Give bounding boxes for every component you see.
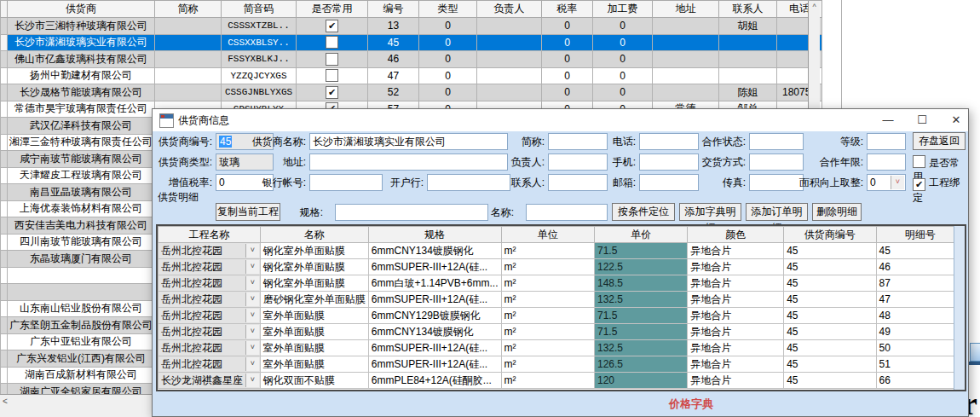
detail-cell-supplier-no[interactable]: 45 (784, 243, 876, 259)
detail-cell-supplier-no[interactable]: 45 (784, 340, 876, 356)
detail-cell-detail-no[interactable]: 50 (876, 340, 964, 356)
detail-cell-spec[interactable]: 6mmSUPER-III+12A(硅... (368, 340, 501, 356)
cell-type[interactable]: 0 (419, 34, 477, 51)
cell-supplier[interactable]: 湘潭三金特种玻璃有限责任公司 (8, 134, 155, 151)
supplier-row[interactable]: 扬州中勤建材有限公司YZZQJCYXGS47000 (1, 67, 822, 84)
detail-cell-detail-no[interactable]: 66 (876, 373, 964, 389)
cell-abbr[interactable] (155, 18, 222, 35)
detail-cell-color[interactable]: 异地合片 (688, 340, 784, 356)
detail-cell-price[interactable]: 122.5 (594, 259, 687, 275)
cell-type[interactable]: 0 (419, 18, 477, 35)
cell-common-used[interactable] (297, 84, 368, 101)
detail-cell-detail-no[interactable]: 47 (876, 292, 964, 308)
cell-address[interactable] (653, 51, 719, 68)
detail-cell-spec[interactable]: 6mmSUPER-III+12A(硅... (368, 356, 501, 373)
detail-table[interactable]: 工程名称名称规格单位单价颜色供货商编号明细号 岳州北控花园˅钢化室外单面贴膜6m… (158, 226, 965, 389)
cell-address[interactable] (653, 34, 719, 51)
supplier-table-hscrollbar[interactable]: < (0, 394, 152, 407)
detail-cell-project[interactable]: 长沙龙湖祺鑫星座˅ (159, 373, 261, 389)
detail-cell-unit[interactable]: m² (501, 340, 594, 356)
chevron-down-icon[interactable]: ˅ (245, 325, 259, 339)
cell-process-fee[interactable]: 0 (593, 18, 653, 35)
detail-row[interactable]: 岳州北控花园˅室外单面贴膜6mmCNY129B镀膜钢化m²71.5异地合片454… (159, 308, 965, 324)
cell-supplier[interactable]: 武汉亿泽科技有限公司 (8, 118, 155, 135)
cell-type[interactable]: 0 (419, 67, 477, 84)
detail-cell-price[interactable]: 148.5 (594, 275, 687, 292)
common-used-cell-checkbox[interactable] (326, 53, 338, 66)
detail-cell-name[interactable]: 室外单面贴膜 (260, 308, 368, 324)
common-used-checkbox[interactable] (913, 155, 925, 168)
detail-cell-unit[interactable]: m² (501, 243, 594, 259)
cell-id[interactable]: 46 (368, 51, 419, 68)
project-bind-checkbox-row[interactable]: 工程绑定 (913, 176, 968, 189)
chevron-down-icon[interactable]: ˅ (245, 374, 259, 387)
cell-id[interactable]: 45 (368, 34, 419, 51)
detail-cell-name[interactable]: 钢化双面不贴膜 (260, 373, 368, 389)
supplier-table-vscrollbar[interactable]: ^ (808, 1, 820, 108)
row-header-cell[interactable] (1, 333, 8, 350)
scroll-up-icon[interactable]: ^ (812, 3, 816, 11)
dialog-titlebar[interactable]: 供货商信息 — ☐ ✕ (153, 109, 968, 131)
detail-cell-spec[interactable]: 6mmCNY129B镀膜钢化 (368, 308, 501, 324)
detail-cell-project[interactable]: 岳州北控花园˅ (159, 340, 261, 356)
maximize-button[interactable]: ☐ (908, 109, 937, 131)
cell-tax-rate[interactable]: 0 (542, 18, 593, 35)
detail-cell-color[interactable]: 异地合片 (688, 292, 784, 308)
cell-pinyin-code[interactable]: FSSYXBLKJ.. (222, 51, 297, 68)
cell-pinyin-code[interactable]: CSSXXBLSY.. (222, 34, 297, 51)
cell-tax-rate[interactable]: 0 (542, 67, 593, 84)
col-header-common-used[interactable]: 是否常用 (297, 1, 368, 18)
cell-pinyin-code[interactable]: CSSSXTZBL.. (222, 18, 297, 35)
detail-cell-supplier-no[interactable]: 45 (784, 292, 876, 308)
row-header-cell[interactable] (1, 118, 8, 135)
row-header-cell[interactable] (1, 134, 8, 151)
detail-cell-spec[interactable]: 6mmCNY134镀膜钢化 (368, 324, 501, 340)
cell-manager[interactable] (477, 18, 542, 35)
detail-cell-unit[interactable]: m² (501, 275, 594, 292)
cell-address[interactable] (653, 18, 719, 35)
detail-cell-price[interactable]: 120 (594, 373, 687, 389)
cell-supplier[interactable]: 长沙市三湘特种玻璃有限公司 (8, 18, 155, 35)
chevron-down-icon[interactable]: ˅ (245, 341, 259, 355)
detail-cell-project[interactable]: 岳州北控花园˅ (159, 259, 261, 275)
row-header-cell[interactable] (1, 367, 8, 384)
detail-cell-name[interactable]: 钢化室外单面贴膜 (260, 243, 368, 259)
cell-supplier[interactable]: 上海优泰装饰材料有限公司 (8, 200, 155, 217)
detail-cell-unit[interactable]: m² (501, 259, 594, 275)
detail-cell-detail-no[interactable]: 45 (876, 243, 964, 259)
detail-row[interactable]: 岳州北控花园˅钢化室外单面贴膜6mm白玻+1.14PVB+6mm...m²148… (159, 275, 965, 292)
cell-contact[interactable]: 陈姐 (719, 84, 777, 101)
chevron-down-icon[interactable]: ˅ (245, 276, 259, 290)
detail-cell-detail-no[interactable]: 48 (876, 308, 964, 324)
detail-cell-color[interactable]: 异地合片 (688, 373, 784, 389)
cell-address[interactable] (653, 84, 719, 101)
supplier-row[interactable]: 长沙市三湘特种玻璃有限公司CSSSXTZBL..13000胡姐 (1, 18, 822, 35)
col-header-pinyin-code[interactable]: 简音码 (222, 1, 297, 18)
col-header-abbr[interactable]: 简称 (155, 1, 222, 18)
detail-row[interactable]: 岳州北控花园˅室外单面贴膜6mmSUPER-III+12A(硅...m²132.… (159, 340, 965, 356)
detail-cell-spec[interactable]: 6mmSUPER-III+12A(硅... (368, 259, 501, 275)
detail-row[interactable]: 岳州北控花园˅室外单面贴膜6mmSUPER-III+12A(硅...m²126.… (159, 356, 965, 373)
cell-supplier[interactable]: 广东兴发铝业(江西)有限公司 (8, 350, 155, 368)
row-header-cell[interactable] (1, 101, 8, 118)
name-filter-input[interactable] (526, 204, 608, 221)
cell-pinyin-code[interactable]: CSSGJNBLYXGS (222, 84, 297, 101)
cell-supplier[interactable]: 四川南玻节能玻璃有限公司 (8, 234, 155, 251)
row-header-cell[interactable] (1, 84, 8, 101)
detail-cell-project[interactable]: 岳州北控花园˅ (159, 292, 261, 308)
detail-cell-spec[interactable]: 6mmCNY134镀膜钢化 (368, 243, 501, 259)
detail-cell-name[interactable]: 室外单面贴膜 (260, 356, 368, 373)
detail-cell-unit[interactable]: m² (501, 308, 594, 324)
detail-cell-name[interactable]: 钢化室外单面贴膜 (260, 259, 368, 275)
detail-cell-project[interactable]: 岳州北控花园˅ (159, 243, 261, 259)
coop-status-input[interactable] (749, 133, 804, 150)
cell-contact[interactable] (719, 34, 777, 51)
detail-row[interactable]: 岳州北控花园˅钢化室外单面贴膜6mmCNY134镀膜钢化m²71.5异地合片45… (159, 243, 965, 259)
col-header-contact[interactable]: 联系人 (719, 1, 777, 18)
detail-cell-project[interactable]: 岳州北控花园˅ (159, 324, 261, 340)
detail-cell-spec[interactable]: 6mm白玻+1.14PVB+6mm... (368, 275, 501, 292)
detail-cell-detail-no[interactable]: 46 (876, 259, 964, 275)
cell-supplier[interactable]: 咸宁南玻节能玻璃有限公司 (8, 151, 155, 168)
detail-cell-price[interactable]: 71.5 (594, 308, 687, 324)
cell-abbr[interactable] (155, 67, 222, 84)
